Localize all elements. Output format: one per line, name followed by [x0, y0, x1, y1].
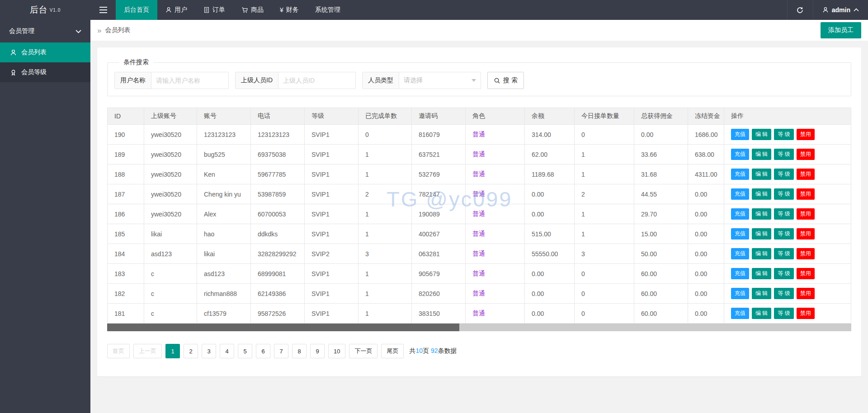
recharge-button[interactable]: 充值 — [731, 268, 749, 279]
level-button[interactable]: 等 级 — [774, 208, 793, 220]
role-link[interactable]: 普通 — [472, 150, 485, 158]
nav-tab-users[interactable]: 用户 — [157, 0, 195, 20]
add-staff-button[interactable]: 添加员工 — [821, 22, 861, 38]
role-link[interactable]: 普通 — [472, 210, 485, 217]
cell-invite-code: 400267 — [412, 224, 466, 244]
recharge-button[interactable]: 充值 — [731, 288, 749, 299]
page-button-4[interactable]: 4 — [220, 344, 234, 358]
disable-button[interactable]: 禁用 — [797, 188, 815, 200]
cell-level: SVIP1 — [305, 164, 359, 184]
user-menu[interactable]: admin — [813, 0, 868, 20]
cell-total-commission: 0.00 — [634, 125, 688, 145]
role-link[interactable]: 普通 — [472, 310, 485, 317]
sidebar-item-member-level[interactable]: 会员等级 — [0, 62, 90, 82]
horizontal-scrollbar-thumb[interactable] — [107, 324, 459, 331]
role-link[interactable]: 普通 — [472, 250, 485, 257]
cell-balance: 0.00 — [525, 184, 575, 204]
nav-tab-home[interactable]: 后台首页 — [116, 0, 157, 20]
page-button-10[interactable]: 10 — [328, 344, 345, 358]
disable-button[interactable]: 禁用 — [797, 208, 815, 220]
nav-tab-orders[interactable]: 订单 — [195, 0, 233, 20]
level-button[interactable]: 等 级 — [774, 129, 793, 140]
page-button-2[interactable]: 2 — [184, 344, 198, 358]
role-link[interactable]: 普通 — [472, 290, 485, 297]
cell-today-orders: 2 — [575, 184, 634, 204]
disable-button[interactable]: 禁用 — [797, 288, 815, 299]
edit-button[interactable]: 编 辑 — [752, 169, 771, 180]
page-button-6[interactable]: 6 — [256, 344, 270, 358]
next-page-button[interactable]: 下一页 — [349, 344, 377, 358]
first-page-button[interactable]: 首页 — [107, 344, 130, 358]
cell-phone: 53987859 — [251, 184, 305, 204]
level-button[interactable]: 等 级 — [774, 248, 793, 259]
edit-button[interactable]: 编 辑 — [752, 308, 771, 319]
edit-button[interactable]: 编 辑 — [752, 149, 771, 160]
disable-button[interactable]: 禁用 — [797, 248, 815, 259]
recharge-button[interactable]: 充值 — [731, 248, 749, 259]
hamburger-icon[interactable] — [90, 0, 116, 20]
cell-role: 普通 — [466, 304, 525, 324]
page-button-5[interactable]: 5 — [238, 344, 252, 358]
role-link[interactable]: 普通 — [472, 131, 485, 138]
cell-id: 184 — [108, 244, 144, 264]
refresh-button[interactable] — [787, 0, 813, 20]
recharge-button[interactable]: 充值 — [731, 228, 749, 239]
level-button[interactable]: 等 级 — [774, 228, 793, 239]
cell-today-orders: 0 — [575, 304, 634, 324]
parent-id-input[interactable] — [278, 72, 355, 89]
level-button[interactable]: 等 级 — [774, 308, 793, 319]
search-button[interactable]: 搜 索 — [487, 72, 524, 89]
disable-button[interactable]: 禁用 — [797, 129, 815, 140]
recharge-button[interactable]: 充值 — [731, 149, 749, 160]
nav-tab-products[interactable]: 商品 — [233, 0, 272, 20]
recharge-button[interactable]: 充值 — [731, 308, 749, 319]
page-button-7[interactable]: 7 — [274, 344, 288, 358]
level-button[interactable]: 等 级 — [774, 288, 793, 299]
edit-button[interactable]: 编 辑 — [752, 188, 771, 200]
level-button[interactable]: 等 级 — [774, 149, 793, 160]
level-button[interactable]: 等 级 — [774, 188, 793, 200]
role-link[interactable]: 普通 — [472, 170, 485, 178]
disable-button[interactable]: 禁用 — [797, 169, 815, 180]
sidebar-group-member-management[interactable]: 会员管理 — [0, 20, 90, 42]
prev-page-button[interactable]: 上一页 — [133, 344, 162, 358]
edit-button[interactable]: 编 辑 — [752, 288, 771, 299]
cell-id: 185 — [108, 224, 144, 244]
nav-tab-finance[interactable]: ¥ 财务 — [272, 0, 307, 20]
last-page-button[interactable]: 尾页 — [381, 344, 404, 358]
disable-button[interactable]: 禁用 — [797, 308, 815, 319]
recharge-button[interactable]: 充值 — [731, 208, 749, 220]
recharge-button[interactable]: 充值 — [731, 169, 749, 180]
disable-button[interactable]: 禁用 — [797, 268, 815, 279]
page-button-8[interactable]: 8 — [292, 344, 307, 358]
member-type-select[interactable]: 请选择 — [399, 72, 481, 89]
horizontal-scrollbar-track[interactable] — [107, 324, 851, 331]
role-link[interactable]: 普通 — [472, 230, 485, 237]
level-button[interactable]: 等 级 — [774, 268, 793, 279]
cell-invite-code: 637521 — [412, 145, 466, 164]
cell-level: SVIP1 — [305, 145, 359, 164]
page-button-3[interactable]: 3 — [202, 344, 216, 358]
username-input[interactable] — [151, 72, 228, 89]
cell-parent-account: ywei30520 — [144, 204, 197, 224]
level-button[interactable]: 等 级 — [774, 169, 793, 180]
edit-button[interactable]: 编 辑 — [752, 208, 771, 220]
page-button-1[interactable]: 1 — [165, 344, 180, 358]
search-fieldset: 条件搜索 用户名称 上级人员ID 人员类型 — [107, 58, 851, 96]
nav-tab-system[interactable]: 系统管理 — [307, 0, 349, 20]
disable-button[interactable]: 禁用 — [797, 149, 815, 160]
edit-button[interactable]: 编 辑 — [752, 129, 771, 140]
role-link[interactable]: 普通 — [472, 190, 485, 197]
disable-button[interactable]: 禁用 — [797, 228, 815, 239]
recharge-button[interactable]: 充值 — [731, 188, 749, 200]
role-link[interactable]: 普通 — [472, 270, 485, 277]
cell-account: cf13579 — [197, 304, 251, 324]
edit-button[interactable]: 编 辑 — [752, 248, 771, 259]
edit-button[interactable]: 编 辑 — [752, 268, 771, 279]
sidebar-item-member-list[interactable]: 会员列表 — [0, 42, 90, 62]
cell-balance: 0.00 — [525, 304, 575, 324]
cell-balance: 515.00 — [525, 224, 575, 244]
page-button-9[interactable]: 9 — [310, 344, 325, 358]
edit-button[interactable]: 编 辑 — [752, 228, 771, 239]
recharge-button[interactable]: 充值 — [731, 129, 749, 140]
